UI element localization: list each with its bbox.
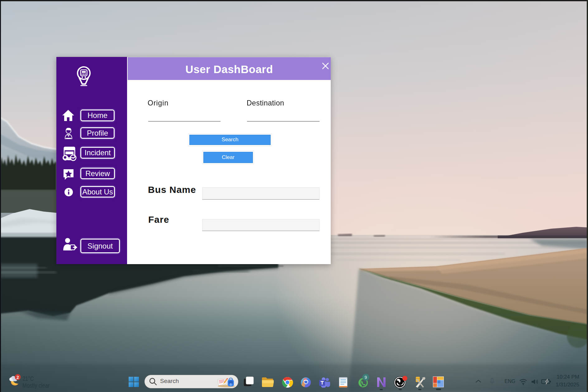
svg-text:9: 9 — [365, 375, 367, 380]
svg-text:2: 2 — [17, 375, 19, 380]
